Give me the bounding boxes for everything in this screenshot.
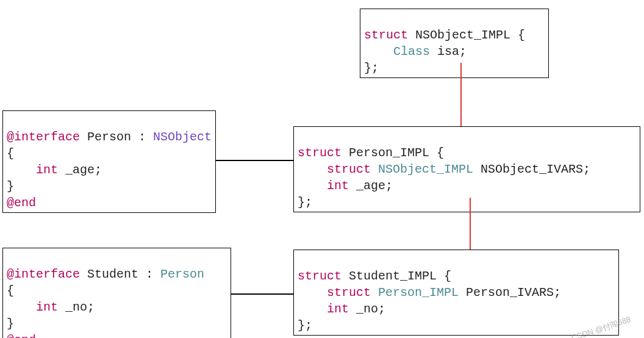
struct-keyword: struct bbox=[298, 146, 342, 160]
type: Class bbox=[393, 45, 430, 59]
indent bbox=[298, 286, 327, 300]
class-name: Person bbox=[80, 130, 138, 144]
person-impl-box: struct Person_IMPL { struct NSObject_IMP… bbox=[293, 126, 640, 212]
indent bbox=[298, 179, 327, 193]
close-brace: }; bbox=[298, 195, 312, 209]
superclass-name: Person bbox=[160, 267, 204, 281]
colon: : bbox=[138, 130, 153, 144]
indent bbox=[7, 163, 36, 177]
int-keyword: int bbox=[327, 302, 349, 316]
interface-keyword: @interface bbox=[7, 267, 80, 281]
struct-keyword: struct bbox=[327, 286, 371, 300]
ivar: _age; bbox=[58, 163, 102, 177]
close-brace: } bbox=[7, 179, 14, 193]
colon: : bbox=[146, 267, 160, 281]
struct-keyword: struct bbox=[298, 269, 342, 283]
ivar: Person_IVARS; bbox=[459, 286, 561, 300]
type: Person_IMPL bbox=[371, 286, 459, 300]
ivar: isa; bbox=[430, 45, 467, 59]
open-brace: { bbox=[7, 284, 14, 298]
indent bbox=[298, 162, 327, 176]
inheritance-line-person-student bbox=[470, 198, 471, 250]
interface-keyword: @interface bbox=[7, 130, 80, 144]
int-keyword: int bbox=[36, 163, 58, 177]
ivar: _no; bbox=[58, 300, 95, 314]
type: NSObject_IMPL bbox=[371, 162, 473, 176]
inheritance-line-nsobject-person bbox=[460, 63, 462, 126]
end-keyword: @end bbox=[7, 196, 36, 210]
connector-person bbox=[216, 160, 293, 161]
student-interface-box: @interface Student : Person { int _no; }… bbox=[2, 248, 231, 338]
end-keyword: @end bbox=[7, 333, 36, 338]
ivar: _age; bbox=[349, 179, 393, 193]
struct-name: Student_IMPL bbox=[342, 269, 444, 283]
person-interface-box: @interface Person : NSObject { int _age;… bbox=[2, 110, 216, 213]
ivar: _no; bbox=[349, 302, 385, 316]
indent bbox=[7, 300, 36, 314]
open-brace: { bbox=[7, 146, 14, 160]
class-name: Student bbox=[80, 267, 146, 281]
struct-name: NSObject_IMPL bbox=[408, 28, 518, 42]
struct-keyword: struct bbox=[364, 28, 408, 42]
close-brace: }; bbox=[364, 61, 379, 75]
superclass-name: NSObject bbox=[153, 130, 212, 144]
student-impl-box: struct Student_IMPL { struct Person_IMPL… bbox=[293, 250, 619, 336]
close-brace: } bbox=[7, 317, 14, 331]
indent bbox=[298, 302, 327, 316]
open-brace: { bbox=[444, 269, 451, 283]
int-keyword: int bbox=[327, 179, 349, 193]
connector-student bbox=[231, 293, 293, 295]
nsobject-impl-box: struct NSObject_IMPL { Class isa; }; bbox=[360, 9, 549, 78]
struct-name: Person_IMPL bbox=[342, 146, 437, 160]
open-brace: { bbox=[437, 146, 444, 160]
close-brace: }; bbox=[298, 318, 312, 333]
int-keyword: int bbox=[36, 300, 58, 314]
indent bbox=[364, 45, 393, 59]
ivar: NSObject_IVARS; bbox=[473, 162, 590, 176]
struct-keyword: struct bbox=[327, 162, 371, 176]
open-brace: { bbox=[518, 28, 525, 42]
